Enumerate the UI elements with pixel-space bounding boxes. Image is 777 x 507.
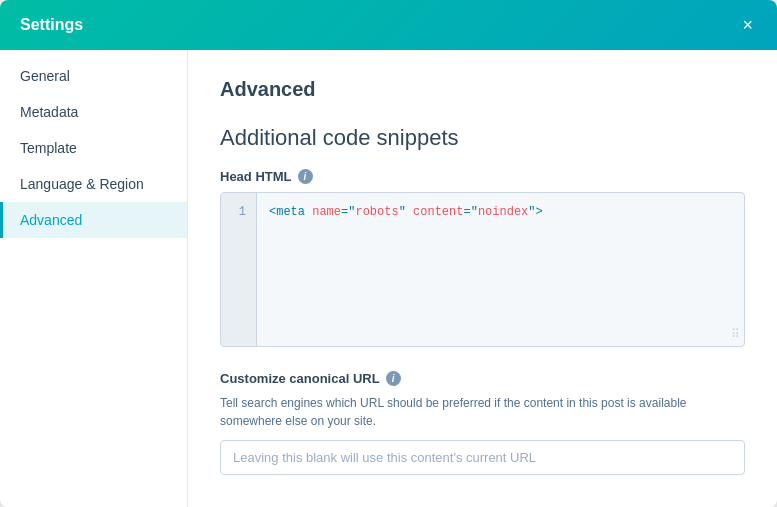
code-editor[interactable]: 1 <meta name="robots" content="noindex">… bbox=[220, 192, 745, 347]
modal-title: Settings bbox=[20, 16, 83, 34]
head-html-field: Head HTML i 1 <meta name="robots" conten… bbox=[220, 169, 745, 347]
content-area: Advanced Additional code snippets Head H… bbox=[188, 50, 777, 507]
resize-handle[interactable]: ⠿ bbox=[731, 327, 740, 342]
sidebar-item-advanced[interactable]: Advanced bbox=[0, 202, 187, 238]
sidebar: General Metadata Template Language & Reg… bbox=[0, 50, 188, 507]
canonical-url-label: Customize canonical URL i bbox=[220, 371, 745, 386]
sidebar-item-metadata[interactable]: Metadata bbox=[0, 94, 187, 130]
sidebar-item-language-region[interactable]: Language & Region bbox=[0, 166, 187, 202]
code-attr-value1: robots bbox=[355, 205, 398, 219]
sidebar-item-label-metadata: Metadata bbox=[20, 104, 78, 120]
code-content: <meta name="robots" content="noindex"> bbox=[257, 193, 744, 346]
canonical-url-input[interactable] bbox=[220, 440, 745, 475]
head-html-info-icon[interactable]: i bbox=[298, 169, 313, 184]
modal-header: Settings × bbox=[0, 0, 777, 50]
code-attr-value2: noindex bbox=[478, 205, 528, 219]
head-html-label: Head HTML i bbox=[220, 169, 745, 184]
code-attr-name2: content bbox=[413, 205, 463, 219]
canonical-url-section: Customize canonical URL i Tell search en… bbox=[220, 371, 745, 475]
canonical-url-info-icon[interactable]: i bbox=[386, 371, 401, 386]
modal-body: General Metadata Template Language & Reg… bbox=[0, 50, 777, 507]
settings-modal: Settings × General Metadata Template Lan… bbox=[0, 0, 777, 507]
sidebar-item-general[interactable]: General bbox=[0, 58, 187, 94]
code-attr-name1: name bbox=[312, 205, 341, 219]
sidebar-item-template[interactable]: Template bbox=[0, 130, 187, 166]
code-gutter: 1 bbox=[221, 193, 257, 346]
sidebar-item-label-language-region: Language & Region bbox=[20, 176, 144, 192]
section-title: Additional code snippets bbox=[220, 125, 745, 151]
code-tag-open: <meta bbox=[269, 205, 312, 219]
canonical-description: Tell search engines which URL should be … bbox=[220, 394, 745, 430]
sidebar-item-label-advanced: Advanced bbox=[20, 212, 82, 228]
close-button[interactable]: × bbox=[738, 12, 757, 38]
page-title: Advanced bbox=[220, 78, 745, 101]
sidebar-item-label-general: General bbox=[20, 68, 70, 84]
sidebar-item-label-template: Template bbox=[20, 140, 77, 156]
